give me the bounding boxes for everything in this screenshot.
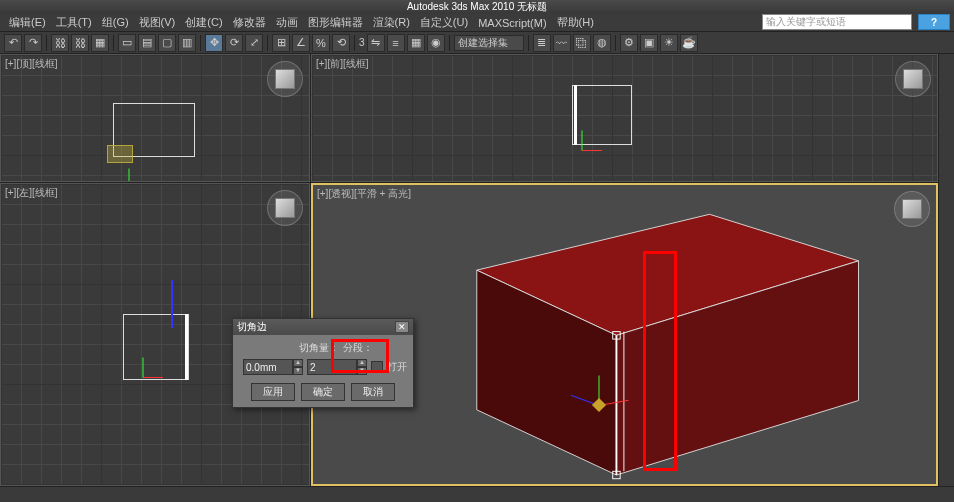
spinner-up-icon[interactable]: ▲ xyxy=(293,359,303,367)
dialog-titlebar[interactable]: 切角边 ✕ xyxy=(233,319,413,335)
apply-button[interactable]: 应用 xyxy=(251,383,295,401)
render-icon[interactable]: ☀ xyxy=(660,34,678,52)
unlink-icon[interactable]: ⛓ xyxy=(71,34,89,52)
main-toolbar: ↶ ↷ ⛓ ⛓ ▦ ▭ ▤ ▢ ▥ ✥ ⟳ ⤢ ⊞ ∠ % ⟲ 3 ⇋ ≡ ▦ … xyxy=(0,32,954,54)
render-setup-icon[interactable]: ⚙ xyxy=(620,34,638,52)
selected-edge xyxy=(185,314,188,380)
select-region-icon[interactable]: ▢ xyxy=(158,34,176,52)
menu-help[interactable]: 帮助(H) xyxy=(554,15,597,30)
angle-snap-icon[interactable]: ∠ xyxy=(292,34,310,52)
selection-set-combo[interactable]: 创建选择集 xyxy=(454,35,524,51)
menu-graph-editors[interactable]: 图形编辑器 xyxy=(305,15,366,30)
open-label: 打开 xyxy=(387,360,407,374)
redo-icon[interactable]: ↷ xyxy=(24,34,42,52)
menu-edit[interactable]: 编辑(E) xyxy=(6,15,49,30)
menu-tools[interactable]: 工具(T) xyxy=(53,15,95,30)
spinner-down-icon[interactable]: ▼ xyxy=(293,367,303,375)
menu-modifiers[interactable]: 修改器 xyxy=(230,15,269,30)
annotation-segments xyxy=(331,339,389,373)
menu-view[interactable]: 视图(V) xyxy=(136,15,179,30)
app-title: Autodesk 3ds Max 2010 无标题 xyxy=(407,0,547,14)
viewport-top[interactable]: [+][顶][线框] xyxy=(0,54,310,182)
schematic-icon[interactable]: ⿻ xyxy=(573,34,591,52)
help-icon[interactable]: ? xyxy=(918,14,950,30)
search-placeholder: 输入关键字或短语 xyxy=(766,15,846,29)
selection-highlight xyxy=(107,145,133,163)
material-icon[interactable]: ◍ xyxy=(593,34,611,52)
box-object[interactable] xyxy=(433,205,893,475)
search-input[interactable]: 输入关键字或短语 xyxy=(762,14,912,30)
select-object-icon[interactable]: ▭ xyxy=(118,34,136,52)
curve-editor-icon[interactable]: 〰 xyxy=(553,34,571,52)
undo-icon[interactable]: ↶ xyxy=(4,34,22,52)
rotate-icon[interactable]: ⟳ xyxy=(225,34,243,52)
toolbar-numeric: 3 xyxy=(359,37,365,48)
align-icon[interactable]: ≡ xyxy=(387,34,405,52)
command-panel-strip[interactable] xyxy=(938,54,954,486)
spinner-snap-icon[interactable]: ⟲ xyxy=(332,34,350,52)
move-gizmo-icon[interactable] xyxy=(599,365,639,405)
chamfer-amount-spinner[interactable]: ▲▼ xyxy=(243,359,303,375)
status-bar xyxy=(0,486,954,502)
viewcube-icon[interactable] xyxy=(267,61,303,97)
viewports: [+][顶][线框] [+][前][线框] [+][左][线框] [+][透视]… xyxy=(0,54,938,486)
selected-edge xyxy=(574,85,577,145)
move-icon[interactable]: ✥ xyxy=(205,34,223,52)
select-name-icon[interactable]: ▤ xyxy=(138,34,156,52)
viewport-persp-label: [+][透视][平滑 + 高光] xyxy=(317,187,411,201)
array-icon[interactable]: ▦ xyxy=(407,34,425,52)
snap-icon[interactable]: ⊞ xyxy=(272,34,290,52)
viewcube-icon[interactable] xyxy=(894,191,930,227)
dialog-title: 切角边 xyxy=(237,320,267,334)
menu-animation[interactable]: 动画 xyxy=(273,15,301,30)
menu-customize[interactable]: 自定义(U) xyxy=(417,15,471,30)
ok-button[interactable]: 确定 xyxy=(301,383,345,401)
layer-icon[interactable]: ≣ xyxy=(533,34,551,52)
viewcube-icon[interactable] xyxy=(895,61,931,97)
selection-set-label: 创建选择集 xyxy=(458,36,508,50)
menu-group[interactable]: 组(G) xyxy=(99,15,132,30)
axis-tripod-icon xyxy=(582,125,608,151)
close-icon[interactable]: ✕ xyxy=(395,321,409,333)
menu-create[interactable]: 创建(C) xyxy=(182,15,225,30)
scale-icon[interactable]: ⤢ xyxy=(245,34,263,52)
chamfer-edges-dialog: 切角边 ✕ 切角量： 分段： ▲▼ ▲▼ 打开 应用 确定 取消 xyxy=(232,318,414,408)
axis-tripod-icon xyxy=(143,352,169,378)
bind-icon[interactable]: ▦ xyxy=(91,34,109,52)
viewcube-icon[interactable] xyxy=(267,190,303,226)
percent-snap-icon[interactable]: % xyxy=(312,34,330,52)
teapot-icon[interactable]: ☕ xyxy=(680,34,698,52)
cancel-button[interactable]: 取消 xyxy=(351,383,395,401)
select-filter-icon[interactable]: ▥ xyxy=(178,34,196,52)
axis-z xyxy=(171,280,173,328)
render-frame-icon[interactable]: ▣ xyxy=(640,34,658,52)
menu-maxscript[interactable]: MAXScript(M) xyxy=(475,17,549,29)
viewport-front-label: [+][前][线框] xyxy=(316,57,369,71)
title-bar: Autodesk 3ds Max 2010 无标题 xyxy=(0,0,954,14)
mirror-icon[interactable]: ⇋ xyxy=(367,34,385,52)
viewport-top-label: [+][顶][线框] xyxy=(5,57,58,71)
menu-rendering[interactable]: 渲染(R) xyxy=(370,15,413,30)
link-icon[interactable]: ⛓ xyxy=(51,34,69,52)
viewport-front[interactable]: [+][前][线框] xyxy=(311,54,938,182)
snapshot-icon[interactable]: ◉ xyxy=(427,34,445,52)
viewport-left-label: [+][左][线框] xyxy=(5,186,58,200)
chamfer-amount-input[interactable] xyxy=(243,359,293,375)
axis-tripod-icon xyxy=(129,163,155,182)
